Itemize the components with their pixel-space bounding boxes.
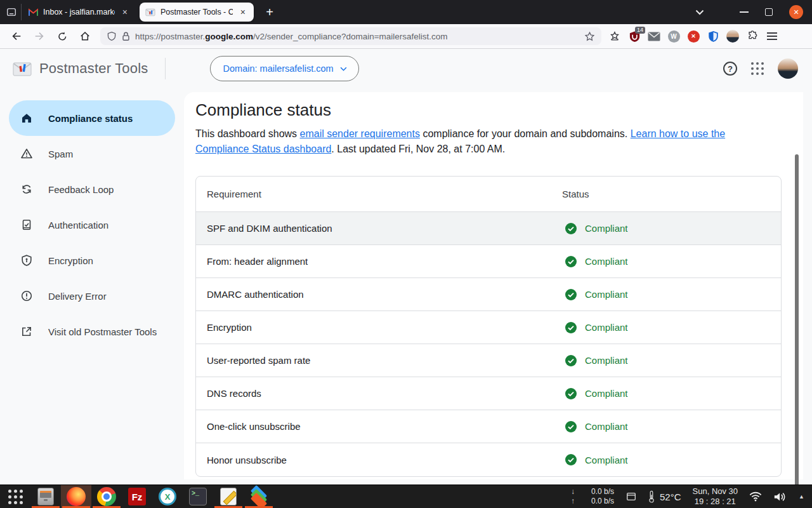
system-tray: ↓ 0.0 b/s ↑ 0.0 b/s 52°C Sun, Nov 30 19 … xyxy=(568,486,812,507)
table-row[interactable]: DMARC authentication Compliant xyxy=(196,278,781,311)
sidebar-item-label: Visit old Postmaster Tools xyxy=(48,326,157,337)
back-icon[interactable] xyxy=(6,27,27,45)
sidebar-item-authentication[interactable]: Authentication xyxy=(0,207,184,243)
list-all-tabs-icon[interactable] xyxy=(695,10,704,15)
layers-app-icon[interactable] xyxy=(244,485,274,508)
extension-toolbar: 14 W ✕ xyxy=(608,29,779,43)
requirement-label: User-reported spam rate xyxy=(196,355,562,366)
tracking-shield-icon[interactable] xyxy=(107,31,117,41)
bookmark-star-icon[interactable] xyxy=(584,31,595,42)
status-badge: Compliant xyxy=(585,388,628,399)
page-description: This dashboard shows email sender requir… xyxy=(195,126,741,157)
forward-icon[interactable] xyxy=(29,27,49,45)
firefox-icon[interactable] xyxy=(61,485,91,508)
profile-avatar[interactable] xyxy=(778,58,798,79)
requirement-label: DMARC authentication xyxy=(196,289,562,300)
scrollbar[interactable] xyxy=(795,154,799,491)
table-row[interactable]: One-click unsubscribe Compliant xyxy=(196,410,781,443)
status-badge: Compliant xyxy=(585,421,628,432)
sidebar: Compliance status Spam Feedback Loop Aut… xyxy=(0,88,184,349)
email-sender-requirements-link[interactable]: email sender requirements xyxy=(300,128,420,139)
sidebar-item-encryption[interactable]: Encryption xyxy=(0,243,184,278)
mail-extension-icon[interactable] xyxy=(647,29,661,43)
home-icon xyxy=(20,112,33,124)
table-row[interactable]: SPF and DKIM authentication Compliant xyxy=(196,212,781,245)
wappalyzer-icon[interactable]: W xyxy=(667,29,681,43)
url-domain: google.com xyxy=(205,32,253,41)
thermometer-icon xyxy=(648,490,655,503)
menu-hamburger-icon[interactable] xyxy=(765,29,779,43)
requirement-label: DNS records xyxy=(196,388,562,399)
terminal-icon[interactable]: >_ xyxy=(183,485,213,508)
lock-icon[interactable] xyxy=(122,31,130,41)
check-circle-icon xyxy=(565,289,577,300)
column-header-requirement: Requirement xyxy=(196,189,562,199)
new-tab-button[interactable]: + xyxy=(261,5,278,20)
app-grid-icon[interactable] xyxy=(0,485,30,508)
table-row[interactable]: Encryption Compliant xyxy=(196,311,781,344)
network-speed-indicator[interactable]: ↓ 0.0 b/s ↑ 0.0 b/s xyxy=(568,487,614,506)
taskbar-dock: Fz X >_ xyxy=(0,485,274,508)
table-row[interactable]: From: header alignment Compliant xyxy=(196,245,781,278)
help-icon[interactable]: ? xyxy=(723,62,737,76)
table-header-row: Requirement Status xyxy=(196,177,781,212)
sidebar-item-delivery-error[interactable]: Delivery Error xyxy=(0,278,184,314)
document-check-icon xyxy=(20,218,33,231)
loop-icon xyxy=(20,183,33,196)
library-star-icon[interactable] xyxy=(608,29,622,43)
domain-selector[interactable]: Domain: mailersafelist.com xyxy=(210,56,359,81)
external-link-icon xyxy=(20,325,33,338)
tab-title: Inbox - jsalfian.marketing xyxy=(43,8,115,17)
description-text: compliance for your domain and subdomain… xyxy=(420,128,631,139)
remmina-icon[interactable]: X xyxy=(152,485,183,508)
reload-icon[interactable] xyxy=(52,27,72,45)
privacy-shield-icon[interactable] xyxy=(706,29,720,43)
home-icon[interactable] xyxy=(75,27,95,45)
ublock-icon[interactable]: 14 xyxy=(627,29,641,43)
sidebar-item-visit-old-postmaster[interactable]: Visit old Postmaster Tools xyxy=(0,314,184,349)
filezilla-icon[interactable]: Fz xyxy=(122,485,152,508)
extensions-puzzle-icon[interactable] xyxy=(745,29,759,43)
sidebar-item-compliance-status[interactable]: Compliance status xyxy=(9,100,175,136)
url-text[interactable]: https://postmaster.google.com/v2/sender_… xyxy=(135,32,579,41)
minimize-button[interactable] xyxy=(740,11,749,13)
window-list-icon[interactable] xyxy=(625,491,637,502)
file-manager-icon[interactable] xyxy=(30,485,61,508)
table-row[interactable]: Honor unsubscribe Compliant xyxy=(196,443,781,476)
date-label: Sun, Nov 30 xyxy=(693,486,738,497)
maximize-button[interactable] xyxy=(765,8,773,16)
text-editor-icon[interactable] xyxy=(213,485,244,508)
account-avatar-icon[interactable] xyxy=(726,29,740,43)
tab-close-icon[interactable]: × xyxy=(238,7,248,17)
tray-expand-icon[interactable]: ▲ xyxy=(799,493,804,500)
sidebar-item-spam[interactable]: Spam xyxy=(0,136,184,171)
tab-postmaster-active[interactable]: Postmaster Tools - Comp × xyxy=(140,3,254,22)
postmaster-logo-icon xyxy=(13,60,32,77)
table-row[interactable]: User-reported spam rate Compliant xyxy=(196,344,781,377)
temperature-indicator[interactable]: 52°C xyxy=(648,490,681,503)
sidebar-item-feedback-loop[interactable]: Feedback Loop xyxy=(0,171,184,207)
requirement-label: SPF and DKIM authentication xyxy=(196,223,562,234)
check-circle-icon xyxy=(565,322,577,333)
firefox-view-icon[interactable] xyxy=(5,4,22,20)
chrome-icon[interactable] xyxy=(91,485,122,508)
gmail-icon xyxy=(29,8,38,17)
red-extension-icon[interactable]: ✕ xyxy=(686,29,700,43)
status-badge: Compliant xyxy=(585,455,628,465)
check-circle-icon xyxy=(565,223,577,234)
sidebar-item-label: Encryption xyxy=(48,255,93,266)
volume-icon[interactable] xyxy=(773,491,787,502)
close-button[interactable]: ✕ xyxy=(789,5,803,19)
sidebar-item-label: Authentication xyxy=(48,220,108,231)
table-row[interactable]: DNS records Compliant xyxy=(196,377,781,410)
tab-close-icon[interactable]: × xyxy=(120,7,130,17)
postmaster-page: Postmaster Tools Domain: mailersafelist.… xyxy=(0,49,812,485)
google-apps-grid-icon[interactable] xyxy=(751,62,764,75)
url-bar[interactable]: https://postmaster.google.com/v2/sender_… xyxy=(100,27,601,45)
check-circle-icon xyxy=(565,355,577,366)
requirement-label: Honor unsubscribe xyxy=(196,455,562,465)
tab-inbox[interactable]: Inbox - jsalfian.marketing × xyxy=(23,3,136,22)
wifi-icon[interactable] xyxy=(749,491,762,502)
url-prefix: https://postmaster. xyxy=(135,32,205,41)
clock[interactable]: Sun, Nov 30 19 : 28 : 21 xyxy=(693,486,738,507)
